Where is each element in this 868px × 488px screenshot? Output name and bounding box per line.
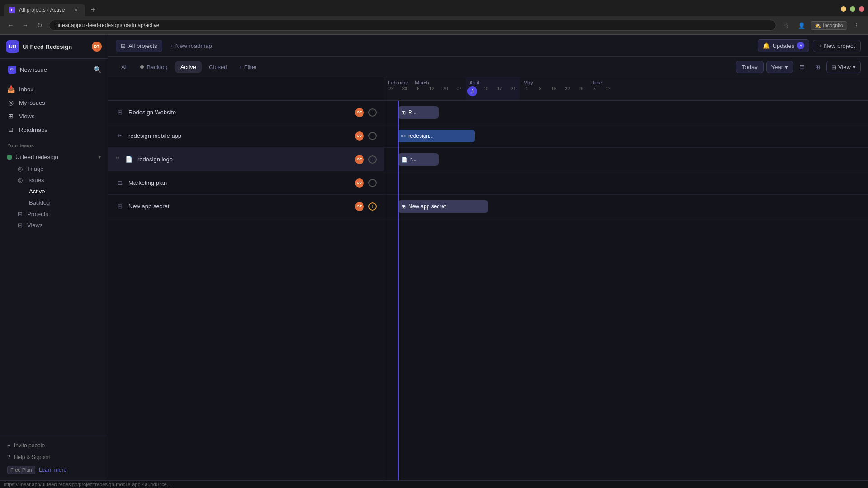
team-chevron-icon: ▾ xyxy=(99,155,101,160)
url-text: linear.app/ui-feed-redesign/roadmap/acti… xyxy=(57,22,159,28)
bar-redesign-logo[interactable]: 📄 r... xyxy=(398,153,439,166)
close-btn[interactable] xyxy=(859,6,864,12)
project-status-2 xyxy=(368,132,377,140)
invite-people-btn[interactable]: + Invite people xyxy=(4,440,104,451)
day-15: 15 xyxy=(547,86,561,91)
grid-view-icon[interactable]: ⊞ xyxy=(811,61,824,73)
backlog-label: Backlog xyxy=(29,199,50,206)
bar-grid-icon-5: ⊞ xyxy=(401,204,406,210)
incognito-icon: 🕵 xyxy=(815,23,821,28)
sidebar-item-inbox[interactable]: 📥 Inbox xyxy=(4,82,104,96)
updates-btn[interactable]: 🔔 Updates 5 xyxy=(758,39,809,52)
project-grid-icon-5: ⊞ xyxy=(116,202,124,211)
new-tab-btn[interactable]: + xyxy=(87,4,99,16)
project-name-1: Redesign Website xyxy=(128,109,350,116)
apr-label: April xyxy=(466,77,520,86)
sidebar-item-active[interactable]: Active xyxy=(25,186,104,197)
filter-icon: + Filter xyxy=(239,64,257,70)
learn-more-link[interactable]: Learn more xyxy=(39,467,66,473)
views-label: Views xyxy=(19,113,34,120)
month-mar: March 6 13 20 27 xyxy=(411,77,466,100)
browser-chrome: L All projects › Active ✕ + ← → ↻ linear… xyxy=(0,0,868,35)
bar-redesign-website[interactable]: ⊞ R... xyxy=(398,106,439,119)
my-issues-icon: ◎ xyxy=(7,99,14,106)
project-row[interactable]: ⊞ New app secret D7 xyxy=(108,195,384,218)
view-btn[interactable]: ⊞ View ▾ xyxy=(826,61,861,73)
sidebar-nav: 📥 Inbox ◎ My issues ⊞ Views ⊟ Roadmaps xyxy=(0,80,108,138)
tab-favicon: L xyxy=(9,7,15,13)
timeline-row-2: ✂ redesign... xyxy=(384,124,868,148)
timeline-row-4 xyxy=(384,171,868,195)
maximize-btn[interactable] xyxy=(850,6,855,12)
team-sub-items: ◎ Triage ◎ Issues Active Backlog ⊞ xyxy=(4,163,104,231)
triage-icon: ◎ xyxy=(16,165,24,172)
menu-btn[interactable]: ⋮ xyxy=(850,19,863,32)
bar-label-2: redesign... xyxy=(408,133,434,139)
all-tab-label: All xyxy=(121,64,127,70)
filter-more-btn[interactable]: + Filter xyxy=(235,61,262,73)
profile-btn[interactable]: 👤 xyxy=(795,19,808,32)
sidebar-item-issues[interactable]: ◎ Issues xyxy=(13,174,104,186)
help-support-btn[interactable]: ? Help & Support xyxy=(4,451,104,463)
day-10: 10 xyxy=(479,86,493,96)
filter-tab-closed[interactable]: Closed xyxy=(203,61,232,73)
filter-tab-backlog[interactable]: Backlog xyxy=(135,61,173,73)
all-projects-btn[interactable]: ⊞ All projects xyxy=(116,40,162,52)
back-btn[interactable]: ← xyxy=(5,20,16,31)
new-issue-label: New issue xyxy=(20,66,47,73)
url-bar[interactable]: linear.app/ui-feed-redesign/roadmap/acti… xyxy=(49,20,776,31)
forward-btn[interactable]: → xyxy=(20,20,31,31)
project-name-3: redesign logo xyxy=(137,156,350,163)
project-row[interactable]: ⠿ 📄 redesign logo D7 xyxy=(108,148,384,171)
bookmark-btn[interactable]: ☆ xyxy=(780,19,793,32)
filter-tab-all[interactable]: All xyxy=(116,61,133,73)
bar-doc-icon: 📄 xyxy=(401,157,408,163)
team-name: Ui feed redesign xyxy=(15,154,58,160)
sidebar-item-team-views[interactable]: ⊟ Views xyxy=(13,220,104,231)
project-name-4: Marketing plan xyxy=(128,179,350,186)
view-chevron-icon: ▾ xyxy=(853,64,856,70)
project-row[interactable]: ⊞ Redesign Website D7 xyxy=(108,101,384,124)
project-avatar-4: D7 xyxy=(355,178,364,188)
incognito-badge: 🕵 Incognito xyxy=(811,21,847,30)
project-row[interactable]: ⊞ Marketing plan D7 xyxy=(108,171,384,195)
month-may: May 1 8 15 22 29 xyxy=(520,77,588,100)
year-btn[interactable]: Year ▾ xyxy=(766,61,793,73)
bar-label-3: r... xyxy=(410,156,416,163)
refresh-btn[interactable]: ↻ xyxy=(34,20,45,31)
free-plan-badge: Free Plan xyxy=(7,466,35,474)
month-apr: April 3 10 17 24 xyxy=(466,77,520,100)
sidebar-team: Ui feed redesign ▾ ◎ Triage ◎ Issues Act… xyxy=(0,150,108,235)
timeline-row-1: ⊞ R... xyxy=(384,101,868,124)
sidebar-item-roadmaps[interactable]: ⊟ Roadmaps xyxy=(4,123,104,136)
sidebar-item-my-issues[interactable]: ◎ My issues xyxy=(4,96,104,109)
my-issues-label: My issues xyxy=(19,99,45,106)
main-content: ⊞ All projects + New roadmap 🔔 Updates 5… xyxy=(108,35,868,480)
project-grid-icon-4: ⊞ xyxy=(116,179,124,187)
sidebar-item-triage[interactable]: ◎ Triage xyxy=(13,163,104,174)
minimize-btn[interactable] xyxy=(841,6,846,12)
sidebar-item-backlog[interactable]: Backlog xyxy=(25,197,104,208)
sidebar-item-projects[interactable]: ⊞ Projects xyxy=(13,208,104,220)
year-label: Year xyxy=(771,64,783,70)
bar-mobile-app[interactable]: ✂ redesign... xyxy=(398,130,475,142)
incognito-label: Incognito xyxy=(823,23,843,28)
new-project-btn[interactable]: + New project xyxy=(813,40,861,52)
new-issue-button[interactable]: ✏ New issue xyxy=(4,62,88,77)
list-view-icon[interactable]: ☰ xyxy=(796,61,808,73)
bar-new-app-secret[interactable]: ⊞ New app secret xyxy=(398,200,488,213)
project-name-2: redesign mobile app xyxy=(128,132,350,139)
new-roadmap-btn[interactable]: + New roadmap xyxy=(166,40,217,52)
sidebar-item-views[interactable]: ⊞ Views xyxy=(4,109,104,123)
team-header[interactable]: Ui feed redesign ▾ xyxy=(4,151,104,163)
new-project-label: + New project xyxy=(819,42,855,49)
project-row[interactable]: ✂ redesign mobile app D7 xyxy=(108,124,384,148)
filter-tab-active[interactable]: Active xyxy=(175,61,202,73)
issues-sub-items: Active Backlog xyxy=(13,186,104,208)
roadmaps-icon: ⊟ xyxy=(7,126,14,133)
search-button[interactable]: 🔍 xyxy=(90,62,104,77)
tab-close-btn[interactable]: ✕ xyxy=(72,6,80,14)
backlog-tab-label: Backlog xyxy=(146,64,167,70)
day-8: 8 xyxy=(533,86,547,91)
today-btn[interactable]: Today xyxy=(736,61,764,73)
